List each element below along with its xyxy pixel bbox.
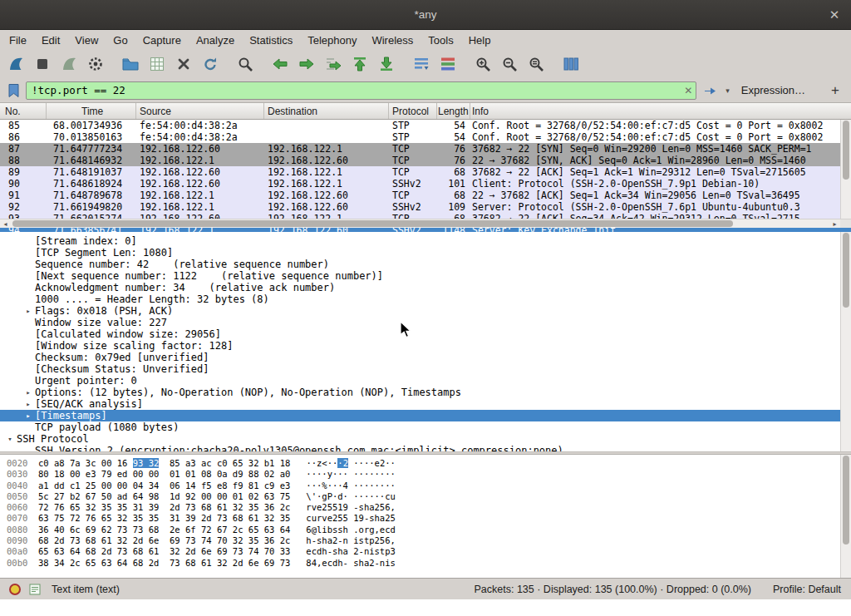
menu-wireless[interactable]: Wireless <box>364 32 421 49</box>
titlebar[interactable]: *any ✕ <box>0 0 851 30</box>
expression-button[interactable]: Expression… <box>736 84 810 96</box>
detail-line[interactable]: ▸Options: (12 bytes), No-Operation (NOP)… <box>0 387 851 398</box>
add-filter-button[interactable]: + <box>826 82 844 99</box>
packet-row-91[interactable]: 9171.648789678192.168.122.1192.168.122.6… <box>0 190 851 201</box>
packet-list-vscrollbar[interactable] <box>840 120 851 219</box>
detail-line[interactable]: 1000 .... = Header Length: 32 bytes (8) <box>0 293 851 305</box>
hex-row-0070[interactable]: 0070 63 75 72 76 65 32 35 35 31 39 2d 73… <box>7 513 851 524</box>
filter-dropdown-caret-icon[interactable]: ▾ <box>723 86 732 95</box>
column-header-no[interactable]: No. <box>0 103 47 119</box>
detail-line[interactable]: ▸Flags: 0x018 (PSH, ACK) <box>0 305 851 317</box>
detail-line[interactable]: [Stream index: 0] <box>0 235 851 247</box>
column-header-info[interactable]: Info <box>470 103 851 119</box>
expander-collapsed-icon[interactable]: ▸ <box>22 410 35 421</box>
menu-view[interactable]: View <box>67 32 106 49</box>
detail-line[interactable]: Acknowledgment number: 34 (relative ack … <box>0 282 851 293</box>
zoom-out-icon[interactable] <box>497 52 522 76</box>
hex-row-0060[interactable]: 0060 72 76 65 32 35 35 31 39 2d 73 68 61… <box>7 502 851 513</box>
expander-expanded-icon[interactable]: ▾ <box>3 433 17 445</box>
start-capture-icon[interactable] <box>3 52 28 76</box>
filter-clear-icon[interactable]: ✕ <box>681 83 696 98</box>
column-header-destination[interactable]: Destination <box>264 103 389 119</box>
detail-line[interactable]: [Window size scaling factor: 128] <box>0 340 851 352</box>
zoom-original-icon[interactable] <box>524 52 548 76</box>
detail-line[interactable]: ▸[Timestamps] <box>0 410 851 421</box>
scroll-right-icon[interactable]: ▸ <box>829 219 840 228</box>
go-top-icon[interactable] <box>347 52 372 76</box>
detail-line[interactable]: SSH Version 2 (encryption:chacha20-poly1… <box>0 445 851 451</box>
hex-row-0020[interactable]: 0020 c0 a8 7a 3c 00 16 93 32 85 a3 ac c0… <box>7 458 851 469</box>
menu-capture[interactable]: Capture <box>135 32 189 49</box>
stop-capture-icon[interactable] <box>30 52 55 76</box>
go-back-icon[interactable] <box>268 52 293 76</box>
close-window-button[interactable]: ✕ <box>824 5 844 25</box>
hex-row-00a0[interactable]: 00a0 65 63 64 68 2d 73 68 61 32 2d 6e 69… <box>7 546 851 557</box>
expander-collapsed-icon[interactable]: ▸ <box>22 398 35 410</box>
hex-row-0090[interactable]: 0090 68 2d 73 68 61 32 2d 6e 69 73 74 70… <box>7 535 851 546</box>
zoom-in-icon[interactable] <box>470 52 495 76</box>
capture-comment-icon[interactable] <box>27 581 43 598</box>
expander-collapsed-icon[interactable]: ▸ <box>22 305 35 317</box>
details-vscrollbar[interactable] <box>840 232 851 451</box>
menu-help[interactable]: Help <box>461 32 499 49</box>
packet-row-90[interactable]: 9071.648618924192.168.122.60192.168.122.… <box>0 178 851 190</box>
go-forward-icon[interactable] <box>294 52 319 76</box>
detail-line[interactable]: [TCP Segment Len: 1080] <box>0 247 851 259</box>
find-packet-icon[interactable] <box>233 52 258 76</box>
detail-line[interactable]: ▾SSH Protocol <box>0 433 851 445</box>
detail-line[interactable]: [Next sequence number: 1122 (relative se… <box>0 270 851 282</box>
detail-line[interactable]: [Calculated window size: 29056] <box>0 328 851 340</box>
packet-row-85[interactable]: 8568.001734936fe:54:00:d4:38:2aSTP54Conf… <box>0 120 851 131</box>
display-filter-input[interactable] <box>27 84 681 96</box>
hex-row-0040[interactable]: 0040 a1 dd c1 25 00 00 04 34 06 14 f5 e8… <box>7 480 851 491</box>
colorize-icon[interactable] <box>435 52 460 76</box>
detail-line[interactable]: Sequence number: 42 (relative sequence n… <box>0 259 851 270</box>
column-header-source[interactable]: Source <box>136 103 264 119</box>
column-header-time[interactable]: Time <box>47 103 136 119</box>
menu-go[interactable]: Go <box>106 32 135 49</box>
packet-row-87[interactable]: 8771.647777234192.168.122.60192.168.122.… <box>0 143 851 155</box>
status-profile[interactable]: Profile: Default <box>773 584 841 595</box>
save-file-icon[interactable] <box>145 52 170 76</box>
hex-row-00b0[interactable]: 00b0 38 34 2c 65 63 64 68 2d 73 68 61 32… <box>7 558 851 569</box>
detail-line[interactable]: Checksum: 0x79ed [unverified] <box>0 352 851 363</box>
auto-scroll-icon[interactable] <box>409 52 434 76</box>
resize-columns-icon[interactable] <box>558 52 583 76</box>
hex-bytes: 63 75 72 76 65 32 35 35 31 39 2d 73 68 6… <box>38 513 290 523</box>
hex-row-0050[interactable]: 0050 5c 27 b2 67 50 ad 64 98 1d 92 00 00… <box>7 491 851 502</box>
column-header-protocol[interactable]: Protocol <box>389 103 437 119</box>
go-bottom-icon[interactable] <box>374 52 399 76</box>
filter-bookmark-icon[interactable] <box>5 81 22 100</box>
menu-telephony[interactable]: Telephony <box>300 32 364 49</box>
packet-list-hscrollbar[interactable]: ◂ ▸ <box>0 219 851 228</box>
packet-row-86[interactable]: 8670.013850163fe:54:00:d4:38:2aSTP54Conf… <box>0 131 851 143</box>
hscroll-thumb[interactable] <box>12 220 733 227</box>
menu-statistics[interactable]: Statistics <box>242 32 300 49</box>
restart-capture-icon[interactable] <box>57 52 81 76</box>
capture-options-icon[interactable] <box>83 52 108 76</box>
packet-row-88[interactable]: 8871.648146932192.168.122.1192.168.122.6… <box>0 155 851 166</box>
expert-info-icon[interactable] <box>7 581 23 598</box>
go-to-packet-icon[interactable] <box>321 52 346 76</box>
hex-vscrollbar[interactable] <box>840 455 851 578</box>
menu-edit[interactable]: Edit <box>34 32 67 49</box>
close-file-icon[interactable] <box>171 52 196 76</box>
hex-row-0080[interactable]: 0080 36 40 6c 69 62 73 73 68 2e 6f 72 67… <box>7 525 851 535</box>
scroll-left-icon[interactable]: ◂ <box>0 219 11 228</box>
menu-file[interactable]: File <box>2 32 34 49</box>
filter-apply-button[interactable] <box>701 83 719 98</box>
detail-line[interactable]: Window size value: 227 <box>0 317 851 328</box>
detail-line[interactable]: ▸[SEQ/ACK analysis] <box>0 398 851 410</box>
packet-row-92[interactable]: 9271.661949820192.168.122.1192.168.122.6… <box>0 201 851 213</box>
packet-row-89[interactable]: 8971.648191037192.168.122.60192.168.122.… <box>0 166 851 178</box>
menu-tools[interactable]: Tools <box>421 32 460 49</box>
detail-line[interactable]: TCP payload (1080 bytes) <box>0 421 851 433</box>
expander-collapsed-icon[interactable]: ▸ <box>22 387 35 398</box>
detail-line[interactable]: [Checksum Status: Unverified] <box>0 363 851 375</box>
detail-line[interactable]: Urgent pointer: 0 <box>0 375 851 387</box>
menu-analyze[interactable]: Analyze <box>189 32 242 49</box>
hex-row-0030[interactable]: 0030 80 18 00 e3 79 ed 00 00 01 01 08 0a… <box>7 469 851 480</box>
column-header-length[interactable]: Length <box>437 103 470 119</box>
reload-icon[interactable] <box>198 52 223 76</box>
open-file-icon[interactable] <box>118 52 143 76</box>
